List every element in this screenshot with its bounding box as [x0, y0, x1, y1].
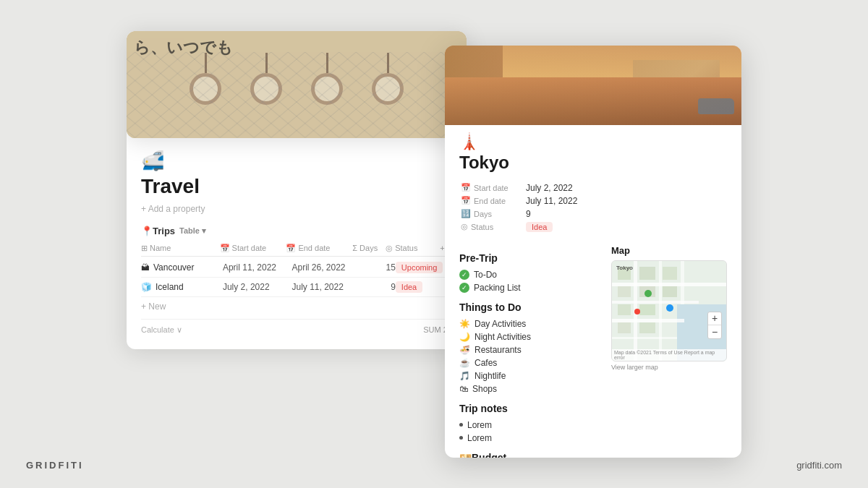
table-header: ⊞ Name 📅 Start date 📅 End date Σ Days	[141, 244, 452, 257]
svg-rect-5	[612, 319, 684, 322]
row-end-iceland: July 11, 2022	[292, 282, 361, 292]
svg-rect-19	[639, 322, 655, 333]
meta-start-date: 📅 Start date July 2, 2022	[461, 181, 726, 194]
shops-item[interactable]: 🛍 Shops	[459, 382, 600, 395]
row-start-iceland: July 2, 2022	[223, 282, 292, 292]
svg-point-22	[634, 309, 640, 314]
svg-rect-0	[127, 52, 467, 137]
coffee-icon: ☕	[459, 358, 470, 368]
svg-rect-13	[618, 286, 631, 297]
map-container[interactable]: Tokyo + − Map data ©2021 Terms of Use Re…	[611, 260, 727, 361]
bullet-dot-2	[459, 436, 463, 440]
col-end-header: 📅 End date	[286, 244, 352, 253]
svg-point-20	[644, 290, 652, 297]
svg-point-21	[666, 304, 673, 312]
restaurants-item[interactable]: 🍜 Restaurants	[459, 343, 600, 356]
music-icon: 🎵	[459, 371, 470, 381]
svg-rect-16	[618, 304, 631, 315]
col-days-header: Σ Days	[352, 244, 386, 253]
new-row-button[interactable]: + New	[141, 297, 452, 316]
branding-left: GRIDFITI	[26, 460, 84, 471]
idea-badge: Idea	[396, 281, 422, 293]
branding-right: gridfiti.com	[796, 460, 842, 471]
left-section: Pre-Trip ✓ To-Do ✓ Packing List Things t…	[459, 245, 600, 445]
status-icon: ◎	[461, 222, 468, 231]
col-status-header: ◎ Status	[386, 244, 440, 253]
iceland-flag: 🧊	[141, 282, 152, 292]
svg-rect-6	[612, 337, 677, 339]
col-name-header: ⊞ Name	[141, 244, 220, 253]
row-name-vancouver: 🏔 Vancouver	[141, 262, 223, 273]
table-row[interactable]: 🏔 Vancouver April 11, 2022 April 26, 202…	[141, 258, 452, 278]
tokyo-card: 🗼 Tokyo 📅 Start date July 2, 2022 📅 End …	[445, 46, 741, 458]
night-activities-item[interactable]: 🌙 Night Activities	[459, 330, 600, 343]
left-card-content: 🚅 Travel + Add a property 📍Trips Table ▾…	[127, 138, 467, 349]
meta-status: ◎ Status Idea	[461, 221, 726, 234]
svg-text:Tokyo: Tokyo	[616, 265, 633, 271]
page-title: Travel	[141, 175, 452, 198]
map-title: Map	[611, 245, 727, 256]
hero-image-tokyo	[445, 46, 741, 125]
day-activities-item[interactable]: ☀️ Day Activities	[459, 317, 600, 330]
status-badge: Idea	[526, 222, 553, 232]
row-status-vancouver: Upcoming	[396, 262, 452, 273]
zoom-in-button[interactable]: +	[708, 312, 721, 325]
trips-label: 📍Trips	[141, 226, 175, 236]
pre-trip-title: Pre-Trip	[459, 252, 600, 264]
food-icon: 🍜	[459, 345, 470, 355]
shop-icon: 🛍	[459, 384, 468, 394]
svg-rect-15	[663, 286, 677, 297]
check-icon-packing: ✓	[459, 283, 469, 293]
vancouver-flag: 🏔	[141, 262, 150, 273]
svg-rect-4	[612, 301, 699, 304]
cafes-item[interactable]: ☕ Cafes	[459, 356, 600, 369]
svg-rect-17	[639, 304, 655, 315]
calendar-icon-end: 📅	[461, 196, 471, 205]
zoom-out-button[interactable]: −	[708, 325, 721, 338]
trips-table: ⊞ Name 📅 Start date 📅 End date Σ Days	[141, 244, 452, 335]
row-days-vancouver: 15	[361, 262, 396, 273]
packing-item[interactable]: ✓ Packing List	[459, 281, 600, 294]
budget-title: 💴Budget	[459, 452, 727, 458]
svg-rect-3	[612, 283, 727, 286]
svg-rect-8	[659, 261, 662, 361]
table-footer: Calculate ∨ SUM 24	[141, 319, 452, 335]
table-row[interactable]: 🧊 Iceland July 2, 2022 July 11, 2022 9 I…	[141, 278, 452, 297]
hero-image-left: ら、いつでも	[127, 31, 467, 138]
calculate-button[interactable]: Calculate ∨	[141, 325, 182, 335]
cards-wrapper: ら、いつでも	[127, 31, 741, 458]
city-title: Tokyo	[459, 153, 727, 173]
view-larger-map[interactable]: View larger map	[611, 364, 727, 371]
nightlife-item[interactable]: 🎵 Nightlife	[459, 369, 600, 382]
row-start-vancouver: April 11, 2022	[223, 262, 292, 273]
check-icon-todo: ✓	[459, 270, 469, 280]
calendar-icon: 📅	[461, 183, 471, 192]
budget-section: 💴Budget ⊞ Name ⊕ Local Curr... $ USD ⊕ E…	[459, 452, 727, 458]
sun-icon: ☀️	[459, 319, 470, 329]
trip-notes-title: Trip notes	[459, 403, 600, 414]
meta-days: 🔢 Days 9	[461, 207, 726, 221]
things-to-do-title: Things to Do	[459, 301, 600, 313]
two-col-layout: Pre-Trip ✓ To-Do ✓ Packing List Things t…	[459, 245, 727, 445]
upcoming-badge: Upcoming	[396, 262, 443, 273]
row-end-vancouver: April 26, 2022	[292, 262, 361, 273]
map-zoom-controls: + −	[707, 312, 722, 339]
svg-rect-14	[663, 267, 677, 280]
col-start-header: 📅 Start date	[220, 244, 286, 253]
trips-section-header: 📍Trips Table ▾	[141, 226, 452, 236]
table-view-icon[interactable]: Table ▾	[179, 226, 206, 236]
svg-rect-9	[681, 261, 684, 304]
note-item-2: Lorem	[459, 432, 600, 445]
row-days-iceland: 9	[361, 282, 396, 292]
tokyo-icon: 🗼	[459, 132, 727, 151]
meta-end-date: 📅 End date July 11, 2022	[461, 194, 726, 207]
days-icon: 🔢	[461, 209, 471, 218]
add-property-button[interactable]: + Add a property	[141, 204, 452, 214]
todo-item[interactable]: ✓ To-Do	[459, 268, 600, 281]
map-footer: Map data ©2021 Terms of Use Report a map…	[612, 349, 726, 361]
meta-table: 📅 Start date July 2, 2022 📅 End date Jul…	[459, 180, 727, 235]
moon-icon: 🌙	[459, 332, 470, 342]
travel-card: ら、いつでも	[127, 31, 467, 349]
right-card-content: 🗼 Tokyo 📅 Start date July 2, 2022 📅 End …	[445, 125, 741, 458]
bullet-dot	[459, 423, 463, 427]
